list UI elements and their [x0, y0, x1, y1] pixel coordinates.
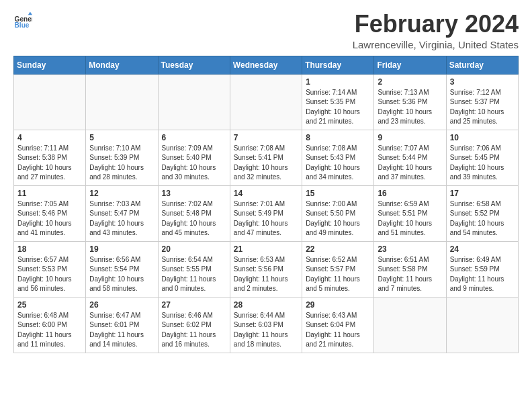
table-row: 22Sunrise: 6:52 AM Sunset: 5:57 PM Dayli… — [302, 241, 374, 297]
table-row: 20Sunrise: 6:54 AM Sunset: 5:55 PM Dayli… — [158, 241, 230, 297]
table-row: 14Sunrise: 7:01 AM Sunset: 5:49 PM Dayli… — [230, 185, 302, 241]
day-info: Sunrise: 7:13 AM Sunset: 5:36 PM Dayligh… — [378, 88, 442, 127]
day-number: 14 — [234, 189, 298, 198]
day-info: Sunrise: 6:52 AM Sunset: 5:57 PM Dayligh… — [306, 255, 370, 294]
day-number: 19 — [89, 244, 154, 254]
header-tuesday: Tuesday — [158, 56, 230, 74]
table-row: 6Sunrise: 7:09 AM Sunset: 5:40 PM Daylig… — [158, 130, 230, 185]
table-row: 10Sunrise: 7:06 AM Sunset: 5:45 PM Dayli… — [446, 130, 518, 185]
header-friday: Friday — [374, 56, 446, 74]
svg-text:Blue: Blue — [15, 21, 30, 29]
table-row: 4Sunrise: 7:11 AM Sunset: 5:38 PM Daylig… — [14, 130, 86, 185]
header-saturday: Saturday — [446, 56, 518, 74]
table-row: 11Sunrise: 7:05 AM Sunset: 5:46 PM Dayli… — [14, 185, 86, 241]
table-row: 12Sunrise: 7:03 AM Sunset: 5:47 PM Dayli… — [86, 185, 158, 241]
logo: General Blue — [13, 11, 32, 30]
day-info: Sunrise: 7:02 AM Sunset: 5:48 PM Dayligh… — [162, 199, 226, 238]
day-info: Sunrise: 6:53 AM Sunset: 5:56 PM Dayligh… — [234, 255, 298, 294]
header-wednesday: Wednesday — [230, 56, 302, 74]
day-number: 24 — [450, 244, 515, 254]
header-monday: Monday — [86, 56, 158, 74]
day-info: Sunrise: 6:49 AM Sunset: 5:59 PM Dayligh… — [450, 255, 515, 294]
page-header: General Blue February 2024 Lawrenceville… — [13, 11, 519, 50]
day-number: 1 — [306, 77, 370, 87]
table-row — [86, 74, 158, 130]
table-row: 28Sunrise: 6:44 AM Sunset: 6:03 PM Dayli… — [230, 297, 302, 353]
day-info: Sunrise: 6:56 AM Sunset: 5:54 PM Dayligh… — [89, 255, 154, 294]
day-number: 16 — [378, 189, 442, 198]
table-row — [446, 297, 518, 353]
table-row — [374, 297, 446, 353]
weekday-header-row: Sunday Monday Tuesday Wednesday Thursday… — [14, 56, 519, 74]
day-number: 6 — [162, 133, 226, 142]
table-row: 26Sunrise: 6:47 AM Sunset: 6:01 PM Dayli… — [86, 297, 158, 353]
day-number: 17 — [450, 189, 515, 198]
table-row: 2Sunrise: 7:13 AM Sunset: 5:36 PM Daylig… — [374, 74, 446, 130]
day-info: Sunrise: 7:12 AM Sunset: 5:37 PM Dayligh… — [450, 88, 515, 127]
page-title: February 2024 — [353, 11, 519, 38]
week-row-2: 4Sunrise: 7:11 AM Sunset: 5:38 PM Daylig… — [14, 130, 519, 185]
table-row: 29Sunrise: 6:43 AM Sunset: 6:04 PM Dayli… — [302, 297, 374, 353]
day-info: Sunrise: 6:47 AM Sunset: 6:01 PM Dayligh… — [89, 311, 154, 350]
day-info: Sunrise: 6:54 AM Sunset: 5:55 PM Dayligh… — [162, 255, 226, 294]
day-number: 22 — [306, 244, 370, 254]
day-number: 5 — [89, 133, 154, 142]
day-info: Sunrise: 7:06 AM Sunset: 5:45 PM Dayligh… — [450, 144, 515, 183]
day-number: 13 — [162, 189, 226, 198]
header-sunday: Sunday — [14, 56, 86, 74]
day-info: Sunrise: 7:10 AM Sunset: 5:39 PM Dayligh… — [89, 144, 154, 183]
table-row: 27Sunrise: 6:46 AM Sunset: 6:02 PM Dayli… — [158, 297, 230, 353]
day-number: 26 — [89, 300, 154, 310]
day-number: 27 — [162, 300, 226, 310]
day-number: 21 — [234, 244, 298, 254]
day-number: 11 — [17, 189, 82, 198]
day-number: 9 — [378, 133, 442, 142]
table-row: 1Sunrise: 7:14 AM Sunset: 5:35 PM Daylig… — [302, 74, 374, 130]
table-row — [14, 74, 86, 130]
day-info: Sunrise: 7:03 AM Sunset: 5:47 PM Dayligh… — [89, 199, 154, 238]
day-info: Sunrise: 6:48 AM Sunset: 6:00 PM Dayligh… — [17, 311, 82, 350]
day-number: 28 — [234, 300, 298, 310]
day-info: Sunrise: 7:07 AM Sunset: 5:44 PM Dayligh… — [378, 144, 442, 183]
table-row: 15Sunrise: 7:00 AM Sunset: 5:50 PM Dayli… — [302, 185, 374, 241]
table-row: 16Sunrise: 6:59 AM Sunset: 5:51 PM Dayli… — [374, 185, 446, 241]
day-number: 10 — [450, 133, 515, 142]
day-number: 12 — [89, 189, 154, 198]
table-row: 13Sunrise: 7:02 AM Sunset: 5:48 PM Dayli… — [158, 185, 230, 241]
week-row-1: 1Sunrise: 7:14 AM Sunset: 5:35 PM Daylig… — [14, 74, 519, 130]
day-info: Sunrise: 6:51 AM Sunset: 5:58 PM Dayligh… — [378, 255, 442, 294]
day-info: Sunrise: 7:09 AM Sunset: 5:40 PM Dayligh… — [162, 144, 226, 183]
day-info: Sunrise: 7:05 AM Sunset: 5:46 PM Dayligh… — [17, 199, 82, 238]
svg-marker-2 — [28, 12, 32, 15]
day-info: Sunrise: 6:57 AM Sunset: 5:53 PM Dayligh… — [17, 255, 82, 294]
week-row-4: 18Sunrise: 6:57 AM Sunset: 5:53 PM Dayli… — [14, 241, 519, 297]
day-number: 8 — [306, 133, 370, 142]
day-info: Sunrise: 7:08 AM Sunset: 5:43 PM Dayligh… — [306, 144, 370, 183]
day-number: 18 — [17, 244, 82, 254]
table-row: 23Sunrise: 6:51 AM Sunset: 5:58 PM Dayli… — [374, 241, 446, 297]
day-number: 15 — [306, 189, 370, 198]
table-row: 25Sunrise: 6:48 AM Sunset: 6:00 PM Dayli… — [14, 297, 86, 353]
table-row: 3Sunrise: 7:12 AM Sunset: 5:37 PM Daylig… — [446, 74, 518, 130]
table-row — [230, 74, 302, 130]
table-row — [158, 74, 230, 130]
day-number: 4 — [17, 133, 82, 142]
day-number: 23 — [378, 244, 442, 254]
day-number: 25 — [17, 300, 82, 310]
table-row: 8Sunrise: 7:08 AM Sunset: 5:43 PM Daylig… — [302, 130, 374, 185]
header-thursday: Thursday — [302, 56, 374, 74]
day-info: Sunrise: 6:58 AM Sunset: 5:52 PM Dayligh… — [450, 199, 515, 238]
title-block: February 2024 Lawrenceville, Virginia, U… — [353, 11, 519, 50]
table-row: 17Sunrise: 6:58 AM Sunset: 5:52 PM Dayli… — [446, 185, 518, 241]
calendar-table: Sunday Monday Tuesday Wednesday Thursday… — [13, 56, 519, 353]
day-number: 3 — [450, 77, 515, 87]
day-number: 29 — [306, 300, 370, 310]
page-subtitle: Lawrenceville, Virginia, United States — [353, 39, 519, 50]
day-number: 20 — [162, 244, 226, 254]
table-row: 24Sunrise: 6:49 AM Sunset: 5:59 PM Dayli… — [446, 241, 518, 297]
week-row-3: 11Sunrise: 7:05 AM Sunset: 5:46 PM Dayli… — [14, 185, 519, 241]
day-number: 7 — [234, 133, 298, 142]
day-number: 2 — [378, 77, 442, 87]
table-row: 21Sunrise: 6:53 AM Sunset: 5:56 PM Dayli… — [230, 241, 302, 297]
table-row: 5Sunrise: 7:10 AM Sunset: 5:39 PM Daylig… — [86, 130, 158, 185]
